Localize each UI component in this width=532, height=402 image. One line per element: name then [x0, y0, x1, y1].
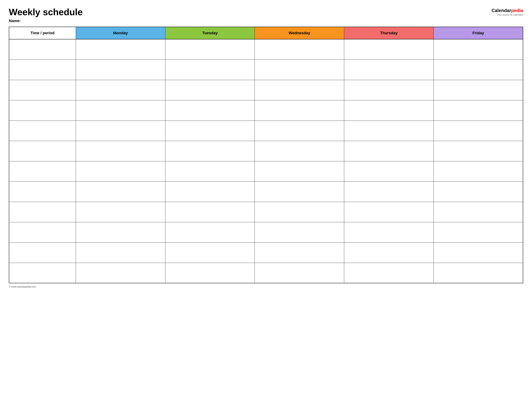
time-cell[interactable] — [9, 80, 76, 100]
header-row: Time / period Monday Tuesday Wednesday T… — [9, 27, 523, 39]
day-cell[interactable] — [165, 263, 255, 283]
day-cell[interactable] — [76, 141, 165, 161]
logo-section: Calendarpedia Your source for calendars — [492, 7, 523, 16]
col-header-tuesday: Tuesday — [165, 27, 255, 39]
day-cell[interactable] — [255, 39, 344, 59]
day-cell[interactable] — [433, 80, 523, 100]
day-cell[interactable] — [344, 161, 434, 182]
time-cell[interactable] — [9, 182, 76, 202]
col-header-wednesday: Wednesday — [255, 27, 344, 39]
day-cell[interactable] — [433, 222, 523, 242]
logo-pedia-part: pedia — [511, 8, 523, 13]
day-cell[interactable] — [76, 202, 165, 222]
day-cell[interactable] — [76, 222, 165, 242]
day-cell[interactable] — [165, 141, 255, 161]
day-cell[interactable] — [433, 59, 523, 80]
table-row — [9, 59, 523, 80]
logo-tagline: Your source for calendars — [497, 13, 523, 16]
time-cell[interactable] — [9, 39, 76, 59]
table-row — [9, 80, 523, 100]
col-header-time: Time / period — [9, 27, 76, 39]
day-cell[interactable] — [76, 59, 165, 80]
day-cell[interactable] — [344, 121, 434, 141]
day-cell[interactable] — [165, 202, 255, 222]
time-cell[interactable] — [9, 263, 76, 283]
day-cell[interactable] — [165, 39, 255, 59]
day-cell[interactable] — [344, 222, 434, 242]
table-row — [9, 263, 523, 283]
day-cell[interactable] — [255, 242, 344, 263]
day-cell[interactable] — [344, 182, 434, 202]
day-cell[interactable] — [433, 121, 523, 141]
table-row — [9, 161, 523, 182]
day-cell[interactable] — [165, 121, 255, 141]
day-cell[interactable] — [76, 263, 165, 283]
day-cell[interactable] — [433, 242, 523, 263]
day-cell[interactable] — [255, 161, 344, 182]
day-cell[interactable] — [433, 141, 523, 161]
day-cell[interactable] — [165, 80, 255, 100]
table-row — [9, 202, 523, 222]
day-cell[interactable] — [344, 263, 434, 283]
table-row — [9, 182, 523, 202]
day-cell[interactable] — [165, 161, 255, 182]
day-cell[interactable] — [344, 100, 434, 121]
time-cell[interactable] — [9, 59, 76, 80]
logo-text: Calendarpedia — [492, 8, 523, 13]
page-title: Weekly schedule — [9, 7, 82, 17]
day-cell[interactable] — [76, 121, 165, 141]
day-cell[interactable] — [255, 59, 344, 80]
time-cell[interactable] — [9, 222, 76, 242]
day-cell[interactable] — [255, 80, 344, 100]
name-label: Name: — [9, 19, 82, 23]
day-cell[interactable] — [344, 202, 434, 222]
day-cell[interactable] — [255, 222, 344, 242]
time-cell[interactable] — [9, 141, 76, 161]
col-header-thursday: Thursday — [344, 27, 434, 39]
day-cell[interactable] — [433, 182, 523, 202]
day-cell[interactable] — [76, 161, 165, 182]
title-section: Weekly schedule Name: — [9, 7, 82, 23]
day-cell[interactable] — [255, 202, 344, 222]
table-row — [9, 222, 523, 242]
day-cell[interactable] — [165, 100, 255, 121]
day-cell[interactable] — [433, 202, 523, 222]
time-cell[interactable] — [9, 202, 76, 222]
day-cell[interactable] — [255, 100, 344, 121]
table-row — [9, 100, 523, 121]
logo-calendar-part: Calendar — [492, 8, 511, 13]
day-cell[interactable] — [76, 242, 165, 263]
day-cell[interactable] — [255, 121, 344, 141]
day-cell[interactable] — [255, 182, 344, 202]
day-cell[interactable] — [433, 39, 523, 59]
day-cell[interactable] — [165, 242, 255, 263]
col-header-friday: Friday — [433, 27, 523, 39]
col-header-monday: Monday — [76, 27, 165, 39]
day-cell[interactable] — [76, 100, 165, 121]
day-cell[interactable] — [165, 59, 255, 80]
table-row — [9, 141, 523, 161]
day-cell[interactable] — [433, 161, 523, 182]
day-cell[interactable] — [344, 242, 434, 263]
day-cell[interactable] — [255, 141, 344, 161]
time-cell[interactable] — [9, 161, 76, 182]
time-cell[interactable] — [9, 242, 76, 263]
day-cell[interactable] — [76, 80, 165, 100]
table-row — [9, 121, 523, 141]
time-cell[interactable] — [9, 121, 76, 141]
day-cell[interactable] — [433, 100, 523, 121]
day-cell[interactable] — [165, 222, 255, 242]
time-cell[interactable] — [9, 100, 76, 121]
day-cell[interactable] — [344, 141, 434, 161]
schedule-table: Time / period Monday Tuesday Wednesday T… — [9, 27, 523, 283]
day-cell[interactable] — [344, 59, 434, 80]
day-cell[interactable] — [255, 263, 344, 283]
day-cell[interactable] — [76, 182, 165, 202]
day-cell[interactable] — [344, 39, 434, 59]
day-cell[interactable] — [165, 182, 255, 202]
day-cell[interactable] — [344, 80, 434, 100]
day-cell[interactable] — [433, 263, 523, 283]
table-row — [9, 39, 523, 59]
day-cell[interactable] — [76, 39, 165, 59]
table-row — [9, 242, 523, 263]
